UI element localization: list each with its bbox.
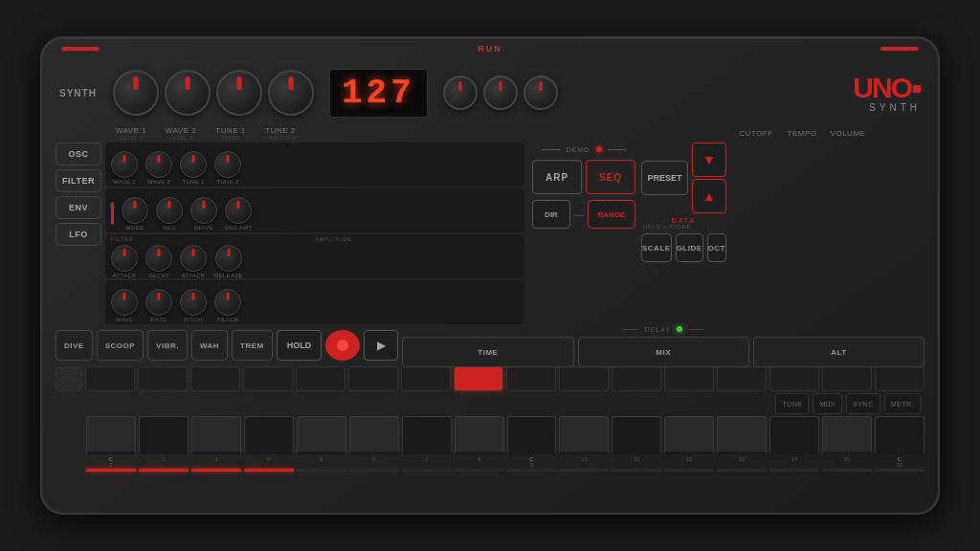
release-knob[interactable] — [215, 245, 242, 272]
step-pad-6[interactable] — [348, 366, 398, 391]
octave-pad-top[interactable] — [56, 367, 82, 379]
step-pad-12[interactable] — [664, 366, 714, 391]
step-pad-9[interactable] — [506, 366, 556, 391]
cutoff-knob[interactable] — [443, 76, 478, 110]
scale-button[interactable]: SCALE — [641, 233, 672, 262]
top-bar-accent-left — [61, 47, 100, 51]
mix-button[interactable]: MIX — [578, 337, 749, 367]
step-pad-11[interactable] — [612, 366, 661, 391]
delay-line-left — [623, 329, 638, 330]
key-pad-13[interactable] — [717, 416, 767, 454]
step-led-12 — [664, 469, 714, 472]
key-pad-3[interactable] — [191, 416, 241, 454]
vibr-button[interactable]: VIBR. — [147, 330, 188, 361]
step-pad-5[interactable] — [296, 366, 345, 391]
tune1-knob[interactable] — [216, 70, 262, 116]
step-pad-15[interactable] — [822, 366, 872, 391]
play-button[interactable]: ▶ — [364, 330, 398, 361]
wave1-knob[interactable] — [113, 70, 159, 116]
wave2-knob[interactable] — [165, 70, 211, 116]
lfo-wave-knob[interactable] — [111, 289, 138, 316]
preset-button[interactable]: PRESET — [641, 161, 688, 195]
arp-seq-section: DEMO ARP SEQ DIR — RANGE — [532, 143, 635, 324]
wave2-ctrl-knob[interactable] — [145, 151, 172, 178]
tempo-knob[interactable] — [483, 76, 518, 110]
lfo-filter-knob[interactable] — [214, 289, 241, 316]
arp-button[interactable]: ARP — [532, 160, 582, 194]
step-pad-10[interactable] — [559, 366, 609, 391]
wah-button[interactable]: WAH — [191, 330, 228, 361]
trem-button[interactable]: TREM — [232, 330, 273, 361]
key-pad-7[interactable] — [402, 416, 452, 454]
arrow-down-button[interactable]: ▼ — [692, 143, 726, 177]
delay-text: DELAY — [644, 326, 670, 333]
tune2-knob[interactable] — [268, 70, 314, 116]
volume-knob[interactable] — [523, 76, 558, 110]
scoop-button[interactable]: SCOOP — [97, 330, 144, 361]
key-pad-16[interactable] — [875, 416, 924, 454]
filter-button[interactable]: FILTER — [56, 169, 101, 192]
attack-a-knob[interactable] — [180, 245, 207, 272]
tune-utility-button[interactable]: TUNE — [775, 393, 809, 414]
range-button[interactable]: RANGE — [588, 200, 635, 229]
tune1-ctrl-knob[interactable] — [180, 151, 207, 178]
step-pad-3[interactable] — [190, 366, 240, 391]
res-knob[interactable] — [156, 197, 183, 224]
key-pad-8[interactable] — [455, 416, 504, 454]
lfo-rate-knob[interactable] — [145, 289, 172, 316]
arrow-up-button[interactable]: ▲ — [692, 179, 726, 213]
delay-buttons: TIME MIX ALT — [402, 337, 924, 367]
step-led-8 — [455, 469, 504, 472]
record-button[interactable] — [325, 330, 360, 361]
step-pad-13[interactable] — [717, 366, 767, 391]
key-pad-6[interactable] — [349, 416, 399, 454]
envamt-knob[interactable] — [225, 197, 252, 224]
hold-button[interactable]: HOLD — [277, 330, 323, 361]
step-pad-4[interactable] — [243, 366, 293, 391]
metr-utility-button[interactable]: METR. — [884, 393, 921, 414]
oct-button[interactable]: OCT — [707, 233, 726, 262]
time-button[interactable]: TIME — [402, 337, 573, 367]
key-pad-14[interactable] — [769, 416, 819, 454]
step-pad-16[interactable] — [875, 366, 924, 391]
glide-button[interactable]: GLIDE — [676, 233, 703, 262]
key-pad-5[interactable] — [297, 416, 346, 454]
midi-utility-button[interactable]: MIDI — [813, 393, 842, 414]
sync-utility-button[interactable]: SYNC — [846, 393, 880, 414]
key-pad-12[interactable] — [664, 416, 714, 454]
wave1-ctrl-knob[interactable] — [111, 151, 138, 178]
arp-seq-buttons: ARP SEQ — [532, 160, 635, 194]
octave-pads — [56, 367, 82, 391]
step-pad-1[interactable] — [85, 366, 135, 391]
step-pad-14[interactable] — [769, 366, 819, 391]
tune2-ctrl-knob[interactable] — [214, 151, 241, 178]
attack-f-knob[interactable] — [111, 245, 138, 272]
mode-knob[interactable] — [122, 197, 148, 224]
lfo-pitch-knob[interactable] — [180, 289, 207, 316]
decay-knob[interactable] — [145, 245, 172, 272]
key-pads-row — [56, 416, 924, 454]
step-led-10 — [559, 469, 609, 472]
key-pad-2[interactable] — [139, 416, 189, 454]
seq-button[interactable]: SEQ — [586, 160, 635, 194]
dir-button[interactable]: DIR — [532, 200, 570, 229]
key-pad-1[interactable] — [86, 416, 136, 454]
alt-button[interactable]: ALT — [753, 337, 924, 367]
key-pad-15[interactable] — [822, 416, 872, 454]
right-knob-group — [443, 76, 558, 110]
step-pad-2[interactable] — [138, 366, 188, 391]
key-pad-9[interactable] — [507, 416, 557, 454]
drive-knob[interactable] — [190, 197, 217, 224]
key-pad-10[interactable] — [559, 416, 609, 454]
synth-label: SYNTH — [59, 88, 105, 99]
step-pad-7[interactable] — [401, 366, 451, 391]
key-pad-4[interactable] — [244, 416, 294, 454]
lfo-button[interactable]: LFO — [56, 223, 101, 246]
step-pad-8[interactable] — [454, 366, 503, 391]
res-label: RES — [163, 225, 175, 231]
env-button[interactable]: ENV — [56, 196, 101, 219]
key-pad-11[interactable] — [612, 416, 661, 454]
osc-button[interactable]: OSC — [56, 143, 101, 165]
dive-button[interactable]: DIVE — [56, 330, 93, 361]
octave-pad-bottom[interactable] — [56, 380, 82, 391]
